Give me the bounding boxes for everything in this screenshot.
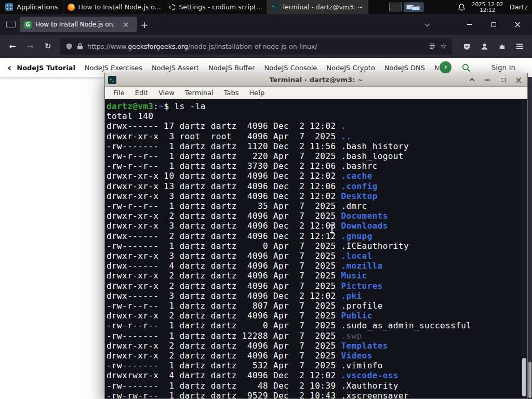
panel-task-button[interactable]: Settings - codium script... [165,0,267,14]
new-tab-button[interactable] [137,17,152,32]
panel-status-area: 2025-12-02 12:12 Dartz [458,2,532,13]
gfg-scroll-next-button[interactable] [440,61,451,73]
terminal-ls-row: drwxr-xr-x 2 dartz dartz 4096 Apr 7 2025… [107,341,527,351]
browser-window-controls [462,17,528,32]
applications-icon [5,3,13,11]
url-text: https://www.geeksforgeeks.org/node-js/in… [87,43,424,50]
account-icon[interactable] [476,38,493,55]
gfg-nav-item[interactable]: NodeJS Tutorial [17,64,75,72]
applications-label: Applications [17,3,58,11]
gfg-nav-item[interactable]: Node [434,64,438,72]
browser-tab[interactable]: How to Install Node.js on... [20,17,137,32]
clock-date: 2025-12-02 [472,2,503,7]
gfg-nav-item[interactable]: NodeJS Buffer [208,64,255,72]
panel-tasklist: How to Install Node.js o... Settings - c… [63,0,368,14]
terminal-menu-terminal[interactable]: Terminal [180,89,219,97]
lock-icon [77,43,83,50]
browser-restore-button[interactable] [486,17,501,32]
terminal-ls-row: -rw------- 1 dartz dartz 48 Dec 2 10:39 … [107,381,527,391]
terminal-ls-row: -rw-r--r-- 1 dartz dartz 3730 Dec 2 12:0… [107,161,527,171]
terminal-screen[interactable]: dartz@vm3:~$ ls -latotal 140drwx------ 1… [105,100,527,398]
close-button[interactable] [515,76,522,84]
terminal-ls-row: drwxr-xr-x 3 dartz dartz 4096 Dec 2 12:0… [107,191,527,201]
terminal-ls-row: -rw-r--r-- 1 dartz dartz 0 Apr 7 2025 .s… [107,321,527,330]
page-scrollbar[interactable] [528,77,532,399]
firefox-view-icon[interactable] [6,21,16,28]
terminal-ls-row: drwxr-xr-x 10 dartz dartz 4096 Dec 2 12:… [107,171,527,181]
gear-icon [169,4,176,10]
workspace-pager[interactable] [387,3,423,11]
gfg-favicon [24,21,32,29]
notification-bell-icon[interactable] [458,3,466,11]
reader-view-icon[interactable] [429,43,436,50]
terminal-titlebar[interactable]: Terminal - dartz@vm3: ~ [105,73,527,87]
desktop: Applications How to Install Node.js o...… [0,0,532,399]
gfg-nav-item[interactable]: NodeJS Crypto [326,64,375,72]
gfg-nav-item[interactable]: NodeJS Console [264,64,317,72]
terminal-menu-help[interactable]: Help [244,89,270,97]
terminal-menu-view[interactable]: View [153,89,180,97]
tab-close-button[interactable] [118,17,133,32]
firefox-icon [68,4,75,11]
minimize-button[interactable] [484,76,491,84]
terminal-ls-row: drwx------ 4 dartz dartz 4096 Apr 7 2025… [107,261,527,271]
terminal-window-controls [468,76,524,84]
menu-hamburger-icon[interactable] [511,38,528,55]
sign-in-button[interactable]: Sign In [491,63,515,72]
gfg-nav-item[interactable]: NodeJS DNS [384,64,425,72]
terminal-ls-row: drwxrwxr-x 4 dartz dartz 4096 Dec 2 12:0… [107,370,527,380]
terminal-ls-row: drwxr-xr-x 2 dartz dartz 4096 Apr 7 2025… [107,351,527,361]
forward-button[interactable] [22,38,38,55]
panel-task-button[interactable]: Terminal - dartz@vm3: ~ [267,0,368,14]
workspace-2[interactable] [389,3,402,11]
terminal-window: Terminal - dartz@vm3: ~ FileEditViewTerm… [104,73,528,399]
terminal-ls-row: -rw------- 1 dartz dartz 1120 Dec 2 11:5… [107,141,527,151]
terminal-ls-row: drwxr-xr-x 2 dartz dartz 4096 Apr 7 2025… [107,211,527,221]
gfg-nav-item[interactable]: NodeJS Exercises [85,64,142,72]
panel-clock[interactable]: 2025-12-02 12:12 [472,2,503,13]
terminal-output: dartz@vm3:~$ ls -latotal 140drwx------ 1… [107,101,527,398]
terminal-menu-tabs[interactable]: Tabs [219,89,244,97]
terminal-prompt-line: dartz@vm3:~$ ls -la [107,101,527,111]
terminal-ls-row: drwx------ 17 dartz dartz 4096 Dec 2 12:… [107,121,527,131]
terminal-title: Terminal - dartz@vm3: ~ [105,76,527,84]
gfg-nav-item[interactable]: NodeJS Assert [152,64,199,72]
url-bar[interactable]: https://www.geeksforgeeks.org/node-js/in… [60,38,452,55]
browser-toolbar: https://www.geeksforgeeks.org/node-js/in… [0,35,532,58]
terminal-ls-row: -rw------- 1 dartz dartz 0 Apr 7 2025 .I… [107,241,527,251]
terminal-ls-row: drwxr-xr-x 13 dartz dartz 4096 Dec 2 12:… [107,181,527,191]
terminal-menu-edit[interactable]: Edit [130,89,153,97]
terminal-icon [108,76,116,84]
terminal-ls-row: -rw-r--r-- 1 dartz dartz 807 Apr 7 2025 … [107,301,527,311]
shade-button[interactable] [468,76,475,84]
browser-minimize-button[interactable] [462,17,477,32]
terminal-ls-row: -rw------- 1 dartz dartz 532 Apr 7 2025 … [107,361,527,370]
browser-tab-bar: How to Install Node.js on... [0,14,532,35]
extensions-icon[interactable] [494,38,510,55]
mouse-cursor [331,225,332,233]
maximize-button[interactable] [499,76,507,84]
terminal-total-line: total 140 [107,111,527,121]
pocket-icon[interactable] [458,38,475,55]
terminal-scrollbar-thumb[interactable] [522,358,526,396]
top-panel: Applications How to Install Node.js o...… [0,0,532,14]
terminal-ls-row: -rw-r--r-- 1 dartz dartz 220 Apr 7 2025 … [107,151,527,161]
back-button[interactable] [4,38,21,55]
search-icon[interactable] [461,63,471,72]
gfg-back-chevron-icon[interactable] [7,61,11,74]
bookmark-star-icon[interactable] [440,42,447,51]
tracking-shield-icon[interactable] [65,43,73,50]
session-user-menu[interactable]: Dartz [510,3,528,11]
reload-button[interactable] [39,38,56,55]
applications-menu-button[interactable]: Applications [0,0,63,14]
terminal-ls-row: drwxr-xr-x 3 dartz dartz 4096 Dec 2 12:0… [107,221,527,231]
terminal-scrollbar[interactable] [521,100,527,398]
workspace-1[interactable] [404,3,423,11]
panel-task-button[interactable]: How to Install Node.js o... [63,0,165,14]
terminal-menu-file[interactable]: File [108,89,130,97]
browser-close-button[interactable] [510,17,525,32]
terminal-ls-row: -rw-r--r-- 1 dartz dartz 35 Apr 7 2025 .… [107,201,527,211]
terminal-menubar: FileEditViewTerminalTabsHelp [105,87,527,99]
terminal-ls-row: drwxr-xr-x 3 dartz dartz 4096 Apr 7 2025… [107,251,527,261]
list-all-tabs-chevron-icon[interactable] [420,17,434,32]
